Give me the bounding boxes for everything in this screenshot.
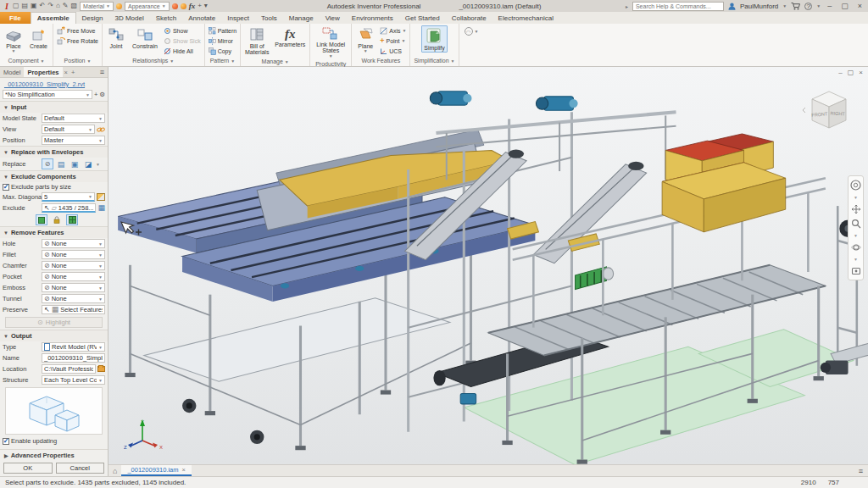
cancel-button[interactable]: Cancel <box>56 463 105 474</box>
preserve-select-features[interactable]: ↖ ▦ Select Features <box>42 305 105 314</box>
bill-of-materials-button[interactable]: Bill of Materials <box>243 25 270 58</box>
full-navigation-wheel-icon[interactable] <box>850 180 861 191</box>
tab-environments[interactable]: Environments <box>346 12 399 24</box>
zoom-menu-chevron-icon[interactable]: ▼ <box>854 233 858 238</box>
view-select[interactable]: Default▼ <box>42 125 95 134</box>
sketch-icon[interactable]: ✎ <box>63 1 69 11</box>
position-select[interactable]: Master▼ <box>42 136 105 145</box>
tab-model[interactable]: Model <box>0 67 24 77</box>
replace-single-envelope-button[interactable]: ▣ <box>69 158 81 169</box>
place-button[interactable]: Place▼ <box>3 25 25 56</box>
section-replace-with-envelopes[interactable]: ▼Replace with Envelopes <box>0 146 108 158</box>
tab-3d-model[interactable]: 3D Model <box>108 12 149 24</box>
close-document-tab-icon[interactable]: × <box>182 466 186 474</box>
undo-icon[interactable]: ↶ <box>40 1 46 11</box>
component-grid-icon[interactable]: ▦ <box>97 204 105 212</box>
search-input[interactable] <box>632 2 724 11</box>
measure-icon[interactable]: ▧ <box>71 1 78 11</box>
view-cube[interactable]: FRONT RIGHT <box>802 84 854 133</box>
replace-none-button[interactable]: ⊘ <box>42 158 53 169</box>
preset-select[interactable]: *No Simplification▼ <box>3 90 92 99</box>
new-file-icon[interactable]: ▢ <box>13 1 19 11</box>
lock-excluded-toggle[interactable] <box>51 214 63 225</box>
add-panel-tab-icon[interactable]: + <box>70 67 76 77</box>
pan-icon[interactable] <box>851 204 861 214</box>
model-state-select[interactable]: Default▼ <box>42 114 105 123</box>
manage-group-label[interactable]: Manage ▼ <box>241 58 309 66</box>
material-combo[interactable]: Material ▼ <box>80 2 114 11</box>
mirror-button[interactable]: Mirror <box>208 36 238 46</box>
exclude-parts-by-size-checkbox[interactable] <box>3 184 9 191</box>
doc-minimize-icon[interactable]: – <box>838 69 842 76</box>
preset-settings-gear-icon[interactable]: ⚙ <box>99 91 105 98</box>
redo-icon[interactable]: ↷ <box>47 1 53 11</box>
inclined-conveyor-2[interactable] <box>533 162 646 263</box>
link-icon[interactable] <box>97 126 105 133</box>
parameters-button[interactable]: fx Parameters <box>273 25 307 49</box>
doc-restore-icon[interactable]: ▢ <box>848 69 854 76</box>
free-move-button[interactable]: Free Move <box>56 25 99 36</box>
free-rotate-button[interactable]: Free Rotate <box>56 36 99 46</box>
max-diagonal-input[interactable]: 5▼ <box>42 192 95 202</box>
signed-in-user[interactable]: PaulMunford <box>740 3 778 10</box>
tab-electromechanical[interactable]: Electromechanical <box>492 12 559 24</box>
panel-menu-icon[interactable]: ≡ <box>97 67 108 77</box>
create-button[interactable]: Create <box>27 25 50 51</box>
position-group-label[interactable]: Position ▼ <box>53 57 102 66</box>
tab-annotate[interactable]: Annotate <box>182 12 221 24</box>
home-view-icon[interactable]: ⌂ <box>56 1 60 11</box>
pattern-button[interactable]: Pattern <box>208 25 238 36</box>
help-menu-chevron-icon[interactable]: ▼ <box>816 3 821 8</box>
graphics-window[interactable]: – ▢ × FRONT RIGHT ▼ ▼ ▼ <box>108 67 868 476</box>
green-drum-roller[interactable] <box>576 267 614 290</box>
viewcube-right-label[interactable]: RIGHT <box>830 110 845 116</box>
clear-appearance-icon[interactable] <box>181 3 186 9</box>
help-icon[interactable]: ? <box>804 3 812 10</box>
home-tab-icon[interactable]: ⌂ <box>108 465 121 476</box>
output-name-input[interactable]: _0012009310_Simplify_2 <box>42 353 105 363</box>
store-cart-icon[interactable] <box>791 3 800 10</box>
pocket-select[interactable]: ⊘None▼ <box>42 272 105 281</box>
ribbon-display-toggle[interactable]: ◠ <box>465 27 473 36</box>
constrain-button[interactable]: Constrain <box>130 25 160 51</box>
open-file-icon[interactable]: ▤ <box>21 1 28 11</box>
output-structure-select[interactable]: Each Top Level Comp▼ <box>42 375 105 385</box>
assembly-3d-model[interactable] <box>108 67 868 476</box>
close-panel-tab-icon[interactable]: × <box>63 67 70 77</box>
tab-properties[interactable]: Properties <box>24 67 62 77</box>
drive-motor-2[interactable] <box>536 97 577 110</box>
restore-button[interactable]: ▢ <box>838 2 851 10</box>
output-location-input[interactable]: C:\Vault Professional <box>42 364 96 374</box>
parameters-fx-icon[interactable]: fx <box>189 2 196 10</box>
replace-each-top-level-button[interactable]: ▤ <box>55 158 67 169</box>
close-button[interactable]: × <box>855 2 865 10</box>
zoom-icon[interactable] <box>851 219 861 229</box>
doc-close-icon[interactable]: × <box>859 69 863 76</box>
document-tab[interactable]: _0012009310.iam × <box>121 465 191 476</box>
add-icon[interactable]: + <box>198 1 202 11</box>
simplify-button[interactable]: Simplify <box>421 25 448 53</box>
fillet-select[interactable]: ⊘None▼ <box>42 250 105 259</box>
section-remove-features[interactable]: ▼Remove Features <box>0 226 108 238</box>
hide-all-button[interactable]: Hide All <box>163 46 202 56</box>
copy-button[interactable]: Copy <box>208 46 238 56</box>
viewcube-rotate-arrow-icon[interactable] <box>803 108 805 113</box>
exclude-selection-field[interactable]: ↖ ▱ 1435 / 258... <box>42 203 96 213</box>
pattern-group-label[interactable]: Pattern ▼ <box>205 57 241 66</box>
measure-diagonal-icon[interactable] <box>97 193 105 201</box>
add-preset-icon[interactable]: + <box>94 91 97 98</box>
replace-all-in-one-button[interactable]: ◪ <box>82 158 94 169</box>
ok-button[interactable]: OK <box>3 463 53 474</box>
plane-button[interactable]: Plane▼ <box>354 25 376 56</box>
tab-list-menu-icon[interactable]: ≡ <box>854 465 868 476</box>
minimize-button[interactable]: – <box>825 2 834 10</box>
emboss-select[interactable]: ⊘None▼ <box>42 283 105 292</box>
tab-tools[interactable]: Tools <box>255 12 283 24</box>
tab-sketch[interactable]: Sketch <box>150 12 182 24</box>
adjust-icon[interactable] <box>172 3 178 9</box>
inventor-logo-icon[interactable]: I <box>3 2 10 11</box>
carton-box-stack[interactable] <box>662 134 786 232</box>
save-icon[interactable]: ▣ <box>31 1 37 11</box>
tab-file[interactable]: File <box>0 12 31 24</box>
hole-select[interactable]: ⊘None▼ <box>42 239 105 248</box>
